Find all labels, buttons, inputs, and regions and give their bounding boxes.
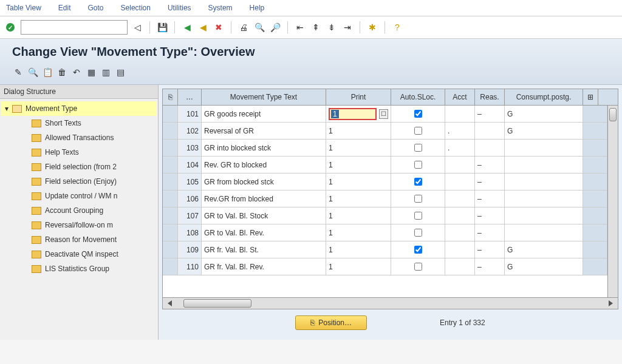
print-icon[interactable]: 🖨 [238,21,250,33]
table-row[interactable]: 107GR to Val. Bl. Stock1– [163,207,607,224]
col-print[interactable]: Print [326,89,391,105]
cell-print[interactable]: 1 [326,157,391,173]
cell-acct[interactable]: . [445,140,475,156]
cell-consumpt[interactable] [505,157,583,173]
cell-auto-sloc[interactable] [391,140,445,156]
enter-icon[interactable]: ✓ [6,23,15,32]
col-code[interactable]: … [178,89,202,105]
select-all-icon[interactable]: ▦ [85,66,97,78]
cell-auto-sloc[interactable] [391,241,445,258]
help-icon[interactable]: ? [391,21,403,33]
row-handle[interactable] [163,224,178,241]
cell-auto-sloc[interactable] [391,157,445,173]
row-handle[interactable] [163,106,178,122]
cell-reas[interactable]: – [475,106,505,122]
cell-code[interactable]: 105 [178,174,202,190]
menu-system[interactable]: System [208,4,233,12]
auto-sloc-checkbox[interactable] [414,229,422,237]
table-row[interactable]: 104Rev. GR to blocked1– [163,157,607,174]
auto-sloc-checkbox[interactable] [414,144,422,152]
tree-child-item[interactable]: Short Texts [1,116,157,130]
cell-consumpt[interactable] [505,224,583,241]
menu-selection[interactable]: Selection [121,4,151,12]
cell-consumpt[interactable]: G [505,241,583,258]
cell-movement-text[interactable]: GR fr. Val. Bl. St. [202,241,326,258]
tree-child-item[interactable]: LIS Statistics Group [1,261,157,276]
tree-root-movement-type[interactable]: ▾ Movement Type [1,101,157,116]
cell-auto-sloc[interactable] [391,224,445,241]
table-row[interactable]: 109GR fr. Val. Bl. St.1–G [163,241,607,258]
table-row[interactable]: 105GR from blocked stck1– [163,174,607,190]
cell-movement-text[interactable]: GR from blocked stck [202,174,326,190]
cell-acct[interactable] [445,190,475,207]
cell-print[interactable]: 1 [326,190,391,207]
auto-sloc-checkbox[interactable] [414,161,422,169]
cell-code[interactable]: 106 [178,190,202,207]
row-handle[interactable] [163,207,178,224]
cell-movement-text[interactable]: GR to Val. Bl. Stock [202,207,326,224]
cell-movement-text[interactable]: Rev. GR to blocked [202,157,326,173]
tree-child-item[interactable]: Account Grouping [1,203,157,218]
cell-acct[interactable] [445,258,475,275]
cell-acct[interactable]: . [445,123,475,139]
cell-reas[interactable]: – [475,174,505,190]
cancel-icon[interactable]: ✖ [213,21,225,33]
cell-consumpt[interactable] [505,207,583,224]
auto-sloc-checkbox[interactable] [414,212,422,220]
row-handle[interactable] [163,258,178,275]
auto-sloc-checkbox[interactable] [414,246,422,254]
cell-auto-sloc[interactable] [391,123,445,139]
auto-sloc-checkbox[interactable] [414,263,422,271]
cell-reas[interactable] [475,123,505,139]
tree-child-item[interactable]: Reason for Movement [1,232,157,247]
cell-consumpt[interactable] [505,174,583,190]
cell-acct[interactable] [445,106,475,122]
cell-reas[interactable]: – [475,157,505,173]
cell-consumpt[interactable]: G [505,106,583,122]
cell-auto-sloc[interactable] [391,258,445,275]
exit-icon[interactable]: ◀ [197,21,209,33]
menu-help[interactable]: Help [250,4,265,12]
copy-icon[interactable]: 📋 [41,66,53,78]
cell-movement-text[interactable]: Reversal of GR [202,123,326,139]
last-page-icon[interactable]: ⇥ [341,21,354,33]
prev-page-icon[interactable]: ⇞ [310,21,322,33]
cell-code[interactable]: 110 [178,258,202,275]
tree-child-item[interactable]: Deactivate QM inspect [1,247,157,261]
cell-acct[interactable] [445,224,475,241]
cell-print[interactable]: 1☐ [326,106,391,122]
tree-child-item[interactable]: Allowed Transactions [1,130,157,145]
auto-sloc-checkbox[interactable] [414,110,422,118]
cell-auto-sloc[interactable] [391,207,445,224]
row-handle[interactable] [163,190,178,207]
menu-table-view[interactable]: Table View [6,4,41,12]
horizontal-scrollbar[interactable] [163,297,618,309]
collapse-icon[interactable]: ▾ [5,104,12,113]
table-row[interactable]: 102Reversal of GR1.G [163,123,607,140]
cell-acct[interactable] [445,207,475,224]
menu-edit[interactable]: Edit [58,4,71,12]
cell-consumpt[interactable]: G [505,123,583,139]
vscroll-thumb[interactable] [609,108,617,121]
cell-code[interactable]: 104 [178,157,202,173]
cell-auto-sloc[interactable] [391,174,445,190]
cell-movement-text[interactable]: GR fr. Val. Bl. Rev. [202,258,326,275]
cell-code[interactable]: 108 [178,224,202,241]
row-handle[interactable] [163,241,178,258]
cell-code[interactable]: 109 [178,241,202,258]
delete-icon[interactable]: 🗑 [56,66,68,78]
cell-print[interactable]: 1 [326,174,391,190]
auto-sloc-checkbox[interactable] [414,195,422,203]
configure-columns-icon[interactable]: ⊞ [583,89,598,105]
cell-reas[interactable]: – [475,241,505,258]
cell-acct[interactable] [445,174,475,190]
hscroll-thumb[interactable] [183,299,251,308]
dropdown-history-icon[interactable]: ◁ [131,21,143,33]
cell-reas[interactable]: – [475,190,505,207]
cell-print[interactable]: 1 [326,241,391,258]
cell-movement-text[interactable]: GR into blocked stck [202,140,326,156]
position-button[interactable]: ⎘ Position… [295,315,367,330]
row-handle[interactable] [163,140,178,156]
tree-child-item[interactable]: Field selection (Enjoy) [1,174,157,189]
first-page-icon[interactable]: ⇤ [294,21,306,33]
